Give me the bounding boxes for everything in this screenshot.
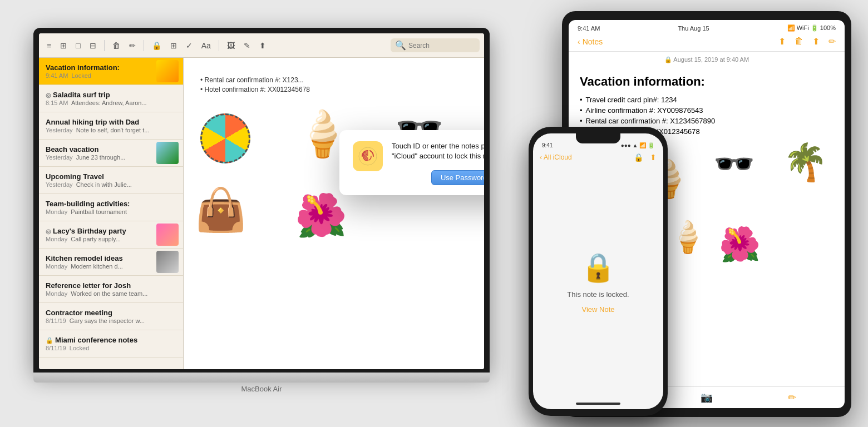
lock-button[interactable]: 🔒	[149, 39, 165, 52]
sidebar-button[interactable]: □	[72, 39, 83, 52]
note-item-vacation[interactable]: Vacation information: 9:41 AM Locked	[39, 58, 183, 85]
annotate-button[interactable]: ✎	[240, 39, 254, 52]
dialog-buttons: Use Password... Cancel	[392, 170, 484, 185]
iphone-time: 9:41	[542, 142, 553, 148]
ipad-share-icon[interactable]: ⬆	[778, 36, 786, 47]
note-meta: Yesterday Check in with Julie...	[46, 181, 176, 188]
note-title: Reference letter for Josh	[46, 281, 176, 290]
new-note-button[interactable]: ✏	[126, 39, 139, 52]
search-icon: 🔍	[395, 40, 406, 51]
format-button[interactable]: Aa	[198, 39, 214, 52]
ipad-date: Thu Aug 15	[678, 25, 709, 32]
note-meta: 8/11/19 Locked	[46, 345, 176, 351]
note-item-hiking[interactable]: Annual hiking trip with Dad Yesterday No…	[39, 112, 183, 140]
ipad-sticker-palm: 🌴	[783, 141, 828, 183]
search-field[interactable]: 🔍	[391, 38, 480, 52]
iphone-notch	[576, 133, 620, 143]
iphone: 9:41 ●●● ▲ 📶 🔋 ‹ All iCloud 🔒 ⬆ 🔒 This n…	[529, 127, 668, 416]
note-thumbnail	[156, 251, 179, 273]
table-button[interactable]: ⊞	[167, 39, 180, 52]
view-toggle-button[interactable]: ⊞	[57, 39, 70, 52]
note-item-saladita[interactable]: ◎ Saladita surf trip 8:15 AM Attendees: …	[39, 85, 183, 112]
iphone-home-bar	[576, 403, 620, 405]
note-title: Team-building activities:	[46, 200, 176, 208]
note-thumbnail	[156, 224, 179, 246]
sticker-flower: 🌺	[295, 191, 347, 240]
ipad-sticker-sunglasses: 🕶️	[713, 144, 755, 183]
iphone-big-lock-icon: 🔒	[581, 251, 615, 284]
ipad-note-title: Vacation information:	[580, 75, 834, 89]
separator-1	[104, 40, 105, 51]
chevron-left-icon: ‹	[540, 153, 542, 161]
iphone-home-indicator	[533, 398, 663, 409]
sidebar-toggle-button[interactable]: ≡	[43, 39, 55, 52]
separator-2	[144, 40, 144, 51]
iphone-navbar: ‹ All iCloud 🔒 ⬆	[533, 151, 663, 166]
sticker-beach-ball	[200, 113, 250, 163]
ipad-edit-icon[interactable]: ✏	[828, 36, 836, 47]
note-content-area: • Rental car confirmation #: X123... • H…	[184, 58, 484, 369]
pencil-icon[interactable]: ✏	[788, 391, 796, 404]
iphone-locked-content: 🔒 This note is locked. View Note	[533, 166, 663, 398]
touch-id-icon	[353, 141, 383, 171]
ipad-status-bar: 9:41 AM Thu Aug 15 📶 WiFi 🔋 100%	[569, 20, 845, 34]
ipad-battery: 📶 WiFi 🔋 100%	[787, 24, 836, 32]
share-button[interactable]: ⬆	[256, 39, 269, 52]
dialog-title: Touch ID or enter the notes password for…	[392, 141, 484, 161]
iphone-back-button[interactable]: ‹ All iCloud	[540, 153, 572, 161]
iphone-lock-icon[interactable]: 🔒	[634, 153, 643, 162]
camera-icon[interactable]: 📷	[701, 391, 713, 404]
note-title: 🔒 Miami conference notes	[46, 336, 176, 344]
ipad-note-item-3: • Rental car confirmation #: X1234567890	[580, 117, 834, 125]
ipad-export-icon[interactable]: ⬆	[812, 36, 820, 47]
ipad-back-button[interactable]: ‹ Notes	[578, 37, 603, 46]
use-password-button[interactable]: Use Password...	[431, 170, 484, 185]
note-item-travel[interactable]: Upcoming Travel Yesterday Check in with …	[39, 167, 183, 194]
dialog-content: Touch ID or enter the notes password for…	[392, 141, 484, 185]
sticker-beach-bag: 👜	[195, 186, 247, 235]
note-item-lacy[interactable]: ◎ Lacy's Birthday party Monday Call part…	[39, 221, 183, 249]
ipad-delete-icon[interactable]: 🗑	[795, 36, 803, 47]
notes-body: Vacation information: 9:41 AM Locked ◎ S…	[39, 58, 484, 369]
svg-point-0	[359, 147, 377, 165]
note-item-kitchen[interactable]: Kitchen remodel ideas Monday Modern kitc…	[39, 249, 183, 276]
note-thumbnail	[156, 60, 179, 82]
iphone-view-note-link[interactable]: View Note	[581, 305, 614, 314]
note-meta: Yesterday Note to self, don't forget t..…	[46, 127, 176, 133]
iphone-locked-message: This note is locked.	[567, 290, 629, 299]
note-item-ref[interactable]: Reference letter for Josh Monday Worked …	[39, 276, 183, 303]
note-item-miami[interactable]: 🔒 Miami conference notes 8/11/19 Locked	[39, 330, 183, 358]
media-button[interactable]: 🖼	[224, 39, 238, 52]
iphone-toolbar-icons: 🔒 ⬆	[634, 153, 657, 162]
lock-icon: 🔒	[46, 337, 55, 344]
fingerprint-svg	[358, 146, 378, 166]
iphone-signal: ●●● ▲ 📶 🔋	[621, 142, 654, 148]
search-input[interactable]	[408, 42, 475, 49]
note-meta: Monday Worked on the same team...	[46, 290, 176, 297]
note-title: Contractor meeting	[46, 309, 176, 317]
notes-app: ≡ ⊞ □ ⊟ 🗑 ✏ 🔒 ⊞ ✓ Aa 🖼 ✎ ⬆	[39, 33, 484, 369]
iphone-outer: 9:41 ●●● ▲ 📶 🔋 ‹ All iCloud 🔒 ⬆ 🔒 This n…	[529, 127, 668, 416]
note-item-contractor[interactable]: Contractor meeting 8/11/19 Gary says the…	[39, 303, 183, 330]
note-title: ◎ Saladita surf trip	[46, 91, 176, 99]
ipad-sticker-ice-cream-2: 🍦	[669, 219, 707, 255]
iphone-screen: 9:41 ●●● ▲ 📶 🔋 ‹ All iCloud 🔒 ⬆ 🔒 This n…	[533, 133, 663, 409]
note-item-team[interactable]: Team-building activities: Monday Paintba…	[39, 194, 183, 221]
note-meta: 8/11/19 Gary says the inspector w...	[46, 317, 176, 324]
note-item-beach[interactable]: Beach vacation Yesterday June 23 through…	[39, 140, 183, 167]
notes-list[interactable]: Vacation information: 9:41 AM Locked ◎ S…	[39, 58, 184, 369]
ipad-toolbar-icons: ⬆ 🗑 ⬆ ✏	[778, 36, 836, 47]
ipad-note-item-1: • Travel credit card pin#: 1234	[580, 96, 834, 104]
gallery-button[interactable]: ⊟	[86, 39, 100, 52]
macbook-base	[33, 373, 490, 383]
delete-button[interactable]: 🗑	[109, 39, 124, 52]
checklist-button[interactable]: ✓	[183, 39, 196, 52]
note-thumbnail	[156, 142, 179, 164]
note-title: Annual hiking trip with Dad	[46, 118, 176, 126]
separator-3	[219, 40, 219, 51]
note-partial-text: • Rental car confirmation #: X123... • H…	[189, 63, 479, 106]
ipad-note-date: 🔒 August 15, 2019 at 9:40 AM	[569, 52, 845, 68]
note-meta: 8:15 AM Attendees: Andrew, Aaron...	[46, 100, 176, 106]
iphone-share-icon[interactable]: ⬆	[650, 153, 657, 162]
notes-toolbar: ≡ ⊞ □ ⊟ 🗑 ✏ 🔒 ⊞ ✓ Aa 🖼 ✎ ⬆	[39, 33, 484, 58]
